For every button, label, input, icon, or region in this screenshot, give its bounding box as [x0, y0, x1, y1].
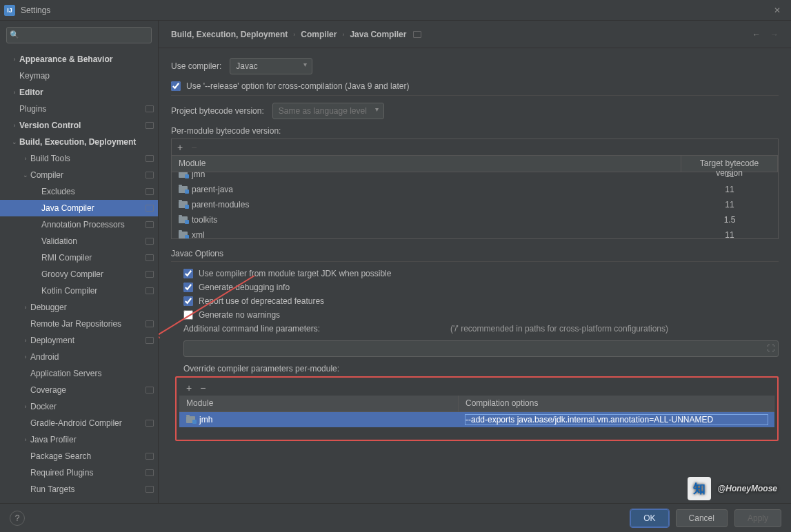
tree-arrow-icon: › [10, 89, 19, 96]
sidebar-item-label: Java Compiler [41, 203, 146, 213]
release-option-label: Use '--release' option for cross-compila… [186, 81, 409, 91]
javac-option-checkbox[interactable] [183, 269, 193, 278]
project-badge-icon [146, 453, 154, 460]
nav-forward-button[interactable]: → [770, 30, 779, 39]
sidebar-item[interactable]: Java Compiler [0, 200, 158, 216]
sidebar-item-label: Run Targets [30, 484, 146, 494]
sidebar-item[interactable]: ›Deployment [0, 332, 158, 349]
expand-icon[interactable]: ⛶ [767, 344, 774, 352]
table-row[interactable]: toolkits1.5 [172, 212, 778, 227]
sidebar-item[interactable]: ›Editor [0, 84, 158, 101]
sidebar-item[interactable]: RMI Compiler [0, 249, 158, 266]
sidebar-item[interactable]: Application Servers [0, 365, 158, 382]
apply-button[interactable]: Apply [734, 509, 781, 527]
dialog-footer: ? OK Cancel Apply [0, 503, 791, 532]
javac-option-checkbox[interactable] [183, 296, 193, 306]
remove-override-button[interactable]: − [200, 383, 206, 393]
project-badge-icon [146, 155, 154, 162]
sidebar-item[interactable]: Validation [0, 233, 158, 249]
tree-arrow-icon: › [21, 155, 30, 162]
ok-button[interactable]: OK [630, 509, 668, 527]
sidebar-item[interactable]: Coverage [0, 382, 158, 398]
sidebar-item-label: Deployment [30, 336, 146, 345]
project-badge-icon [146, 420, 154, 427]
project-bytecode-select[interactable]: Same as language level [272, 103, 384, 119]
target-version[interactable]: 1.5 [681, 214, 778, 226]
additional-params-input[interactable] [183, 340, 779, 357]
table-row[interactable]: jmh11 [172, 172, 778, 182]
project-badge-icon [146, 188, 154, 195]
breadcrumb: Build, Execution, Deployment › Compiler … [159, 21, 791, 48]
sidebar-item[interactable]: Plugins [0, 101, 158, 117]
table-row[interactable]: xml11 [172, 227, 778, 238]
project-badge-icon [413, 31, 421, 38]
tree-arrow-icon: › [21, 304, 30, 311]
sidebar-item[interactable]: Kotlin Compiler [0, 283, 158, 299]
module-name: toolkits [192, 215, 217, 225]
col-compilation-options[interactable]: Compilation options [459, 396, 774, 411]
app-icon: IJ [4, 5, 15, 16]
sidebar-item[interactable]: ›Java Profiler [0, 431, 158, 448]
titlebar: IJ Settings ✕ [0, 0, 791, 21]
remove-module-button[interactable]: − [191, 143, 197, 152]
target-version[interactable]: 11 [681, 172, 778, 181]
sidebar-item[interactable]: ⌄Build, Execution, Deployment [0, 134, 158, 150]
close-button[interactable]: ✕ [768, 1, 787, 20]
release-option-checkbox[interactable] [171, 81, 181, 91]
col-target-version[interactable]: Target bytecode version [681, 156, 778, 172]
sidebar-item[interactable]: Required Plugins [0, 464, 158, 481]
compilation-options-input[interactable] [465, 415, 768, 424]
sidebar-item[interactable]: Gradle-Android Compiler [0, 415, 158, 431]
target-version[interactable]: 11 [681, 198, 778, 211]
sidebar-item[interactable]: ›Debugger [0, 299, 158, 316]
sidebar-item-label: Android [30, 352, 154, 362]
col-module[interactable]: Module [179, 396, 459, 411]
sidebar-item[interactable]: Groovy Compiler [0, 266, 158, 283]
col-module[interactable]: Module [172, 156, 681, 172]
sidebar-item[interactable]: ›Version Control [0, 117, 158, 134]
sidebar-item[interactable]: Annotation Processors [0, 216, 158, 233]
add-module-button[interactable]: + [177, 143, 183, 152]
table-row[interactable]: parent-modules11 [172, 197, 778, 212]
sidebar-item[interactable]: ⌄Compiler [0, 167, 158, 183]
cancel-button[interactable]: Cancel [676, 509, 728, 527]
project-badge-icon [146, 221, 154, 228]
add-override-button[interactable]: + [186, 383, 192, 393]
search-icon: 🔍 [10, 30, 19, 39]
tree-arrow-icon: › [21, 337, 30, 344]
sidebar-item[interactable]: ›Build Tools [0, 150, 158, 167]
javac-option-checkbox[interactable] [183, 283, 193, 292]
sidebar-item[interactable]: ›Android [0, 349, 158, 365]
project-badge-icon [146, 271, 154, 278]
table-row[interactable]: parent-java11 [172, 182, 778, 197]
module-bytecode-table: + − Module Target bytecode version jmh11… [171, 139, 779, 239]
sidebar-item[interactable]: Package Search [0, 448, 158, 464]
sidebar-item[interactable]: Excludes [0, 183, 158, 200]
javac-option-label: Generate debugging info [199, 283, 290, 292]
nav-back-button[interactable]: ← [752, 30, 761, 39]
sidebar-item[interactable]: ›Docker [0, 398, 158, 415]
sidebar-item-label: Annotation Processors [41, 220, 146, 229]
breadcrumb-item[interactable]: Compiler [301, 30, 337, 39]
target-version[interactable]: 11 [681, 183, 778, 196]
search-input[interactable] [6, 27, 152, 43]
table-row[interactable]: jmh [179, 412, 774, 427]
module-icon [186, 416, 195, 423]
sidebar-item-label: Groovy Compiler [41, 269, 146, 279]
module-icon [179, 216, 188, 223]
help-button[interactable]: ? [10, 511, 25, 526]
sidebar-item-label: Coverage [30, 385, 146, 395]
module-icon [179, 232, 188, 238]
javac-option-checkbox[interactable] [183, 310, 193, 320]
sidebar-item-label: Gradle-Android Compiler [30, 418, 146, 428]
sidebar-item[interactable]: Remote Jar Repositories [0, 316, 158, 332]
sidebar-item-label: RMI Compiler [41, 253, 146, 263]
target-version[interactable]: 11 [681, 229, 778, 238]
sidebar-item[interactable]: Run Targets [0, 481, 158, 498]
breadcrumb-item[interactable]: Build, Execution, Deployment [171, 30, 288, 39]
breadcrumb-item: Java Compiler [350, 30, 406, 39]
project-badge-icon [146, 287, 154, 294]
sidebar-item[interactable]: ›Appearance & Behavior [0, 51, 158, 68]
sidebar-item[interactable]: Keymap [0, 68, 158, 84]
use-compiler-select[interactable]: Javac [230, 58, 312, 74]
